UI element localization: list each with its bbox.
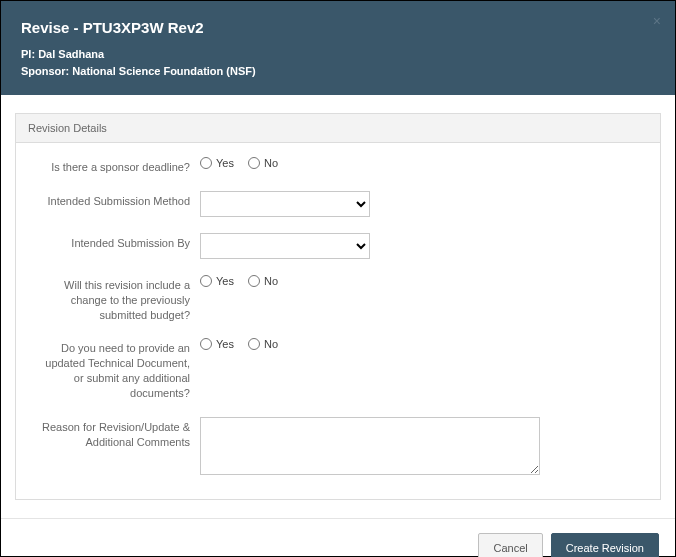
cancel-button[interactable]: Cancel [478, 533, 542, 557]
budget-change-group: Yes No [200, 275, 636, 287]
sponsor-deadline-label: Is there a sponsor deadline? [40, 157, 200, 175]
revision-details-panel: Revision Details Is there a sponsor dead… [15, 113, 661, 500]
radio-no-label: No [264, 275, 278, 287]
submission-method-control [200, 191, 636, 217]
sponsor-deadline-group: Yes No [200, 157, 636, 169]
sponsor-deadline-yes-option[interactable]: Yes [200, 157, 234, 169]
radio-yes-label: Yes [216, 338, 234, 350]
radio-yes-label: Yes [216, 275, 234, 287]
reason-label: Reason for Revision/Update & Additional … [40, 417, 200, 450]
sponsor-deadline-no-radio[interactable] [248, 157, 260, 169]
submission-method-select[interactable] [200, 191, 370, 217]
row-submission-by: Intended Submission By [40, 233, 636, 259]
row-reason: Reason for Revision/Update & Additional … [40, 417, 636, 475]
submission-by-select[interactable] [200, 233, 370, 259]
tech-doc-no-radio[interactable] [248, 338, 260, 350]
pi-label: PI: [21, 48, 35, 60]
budget-change-label: Will this revision include a change to t… [40, 275, 200, 323]
tech-doc-yes-option[interactable]: Yes [200, 338, 234, 350]
tech-doc-group: Yes No [200, 338, 636, 350]
radio-yes-label: Yes [216, 157, 234, 169]
submission-by-control [200, 233, 636, 259]
reason-control [200, 417, 636, 475]
revise-modal: Revise - PTU3XP3W Rev2 PI: Dal Sadhana S… [0, 0, 676, 557]
submission-method-label: Intended Submission Method [40, 191, 200, 209]
radio-no-label: No [264, 338, 278, 350]
pi-name: Dal Sadhana [38, 48, 104, 60]
sponsor-deadline-no-option[interactable]: No [248, 157, 278, 169]
close-icon[interactable]: × [653, 13, 661, 29]
row-submission-method: Intended Submission Method [40, 191, 636, 217]
budget-change-yes-option[interactable]: Yes [200, 275, 234, 287]
modal-body: Revision Details Is there a sponsor dead… [1, 95, 675, 518]
reason-textarea[interactable] [200, 417, 540, 475]
row-sponsor-deadline: Is there a sponsor deadline? Yes No [40, 157, 636, 175]
tech-doc-label: Do you need to provide an updated Techni… [40, 338, 200, 400]
modal-title: Revise - PTU3XP3W Rev2 [21, 19, 655, 36]
submission-by-label: Intended Submission By [40, 233, 200, 251]
row-tech-doc: Do you need to provide an updated Techni… [40, 338, 636, 400]
sponsor-label: Sponsor: [21, 65, 69, 77]
sponsor-name: National Science Foundation (NSF) [72, 65, 255, 77]
modal-header: Revise - PTU3XP3W Rev2 PI: Dal Sadhana S… [1, 1, 675, 95]
budget-change-yes-radio[interactable] [200, 275, 212, 287]
modal-footer: Cancel Create Revision [1, 518, 675, 557]
budget-change-no-radio[interactable] [248, 275, 260, 287]
tech-doc-no-option[interactable]: No [248, 338, 278, 350]
sponsor-deadline-yes-radio[interactable] [200, 157, 212, 169]
radio-no-label: No [264, 157, 278, 169]
create-revision-button[interactable]: Create Revision [551, 533, 659, 557]
row-budget-change: Will this revision include a change to t… [40, 275, 636, 323]
modal-subtitle: PI: Dal Sadhana Sponsor: National Scienc… [21, 46, 655, 79]
panel-body: Is there a sponsor deadline? Yes No Int [16, 143, 660, 499]
budget-change-no-option[interactable]: No [248, 275, 278, 287]
panel-title: Revision Details [16, 114, 660, 143]
tech-doc-yes-radio[interactable] [200, 338, 212, 350]
